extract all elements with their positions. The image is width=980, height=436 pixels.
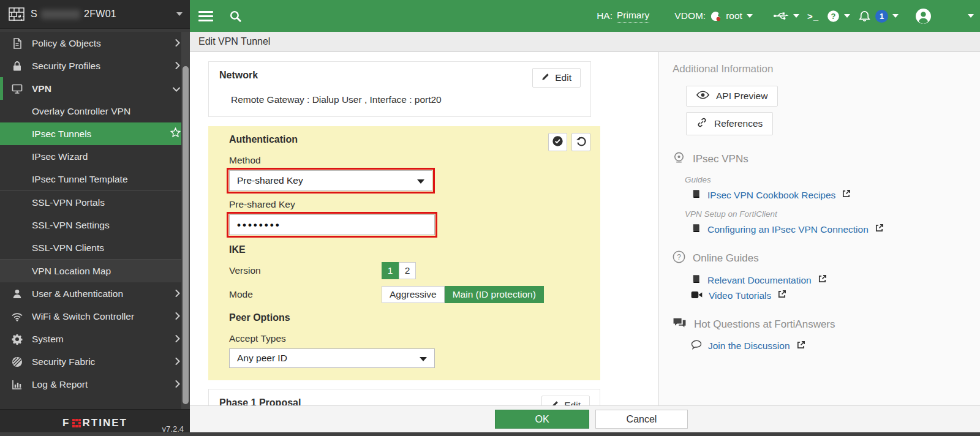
- revert-section-button[interactable]: [571, 133, 590, 151]
- mode-aggressive-option[interactable]: Aggressive: [382, 286, 445, 303]
- video-tutorials-link[interactable]: Video Tutorials: [691, 290, 980, 301]
- search-icon[interactable]: [229, 10, 242, 23]
- chevron-right-icon: [175, 334, 180, 345]
- sidebar-item-overlay-controller-vpn[interactable]: Overlay Controller VPN: [0, 100, 190, 122]
- sidebar-scrollbar-thumb[interactable]: [183, 66, 189, 404]
- cookbook-recipes-link[interactable]: IPsec VPN Cookbook Recipes: [691, 189, 980, 201]
- sidebar-item-policy-objects[interactable]: Policy & Objects: [0, 32, 190, 55]
- book-icon: [691, 223, 701, 236]
- notifications-menu[interactable]: 1: [858, 10, 899, 23]
- comments-icon: [673, 317, 687, 332]
- security-fabric-icon: [11, 356, 23, 368]
- mode-label: Mode: [229, 289, 382, 300]
- sidebar-item-security-fabric[interactable]: Security Fabric: [0, 350, 190, 373]
- version-label: Version: [229, 265, 382, 276]
- chevron-right-icon: [175, 379, 180, 390]
- cli-console-icon[interactable]: >_: [807, 11, 819, 21]
- cancel-button[interactable]: Cancel: [595, 410, 688, 429]
- ike-version-toggle: 1 2: [382, 262, 416, 279]
- network-summary: Remote Gateway : Dialup User , Interface…: [209, 86, 590, 116]
- monitor-icon: [11, 83, 23, 95]
- vdom-icon: [710, 10, 722, 22]
- sidebar-item-ipsec-wizard[interactable]: IPsec Wizard: [0, 145, 190, 168]
- join-discussion-link[interactable]: Join the Discussion: [691, 340, 980, 352]
- network-section: Network Edit Remote Gateway : Dialup Use…: [208, 61, 591, 117]
- hostname-end: 2FW01: [84, 9, 116, 20]
- firewall-logo-icon: [9, 7, 24, 21]
- sidebar-scrollbar[interactable]: [181, 32, 190, 409]
- connected-devices-menu[interactable]: [773, 11, 799, 21]
- additional-information-panel: Additional Information API Preview Refer…: [658, 52, 980, 405]
- chevron-down-icon: [747, 14, 753, 18]
- vdom-selector[interactable]: VDOM: root: [674, 10, 753, 22]
- sidebar-item-vpn[interactable]: VPN: [0, 77, 190, 100]
- sidebar-item-sslvpn-settings[interactable]: SSL-VPN Settings: [0, 214, 190, 236]
- book-icon: [691, 274, 701, 287]
- help-icon: ?: [827, 10, 840, 23]
- mode-main-option[interactable]: Main (ID protection): [445, 286, 544, 303]
- network-edit-button[interactable]: Edit: [532, 68, 581, 88]
- online-guides-heading: ? Online Guides: [673, 250, 980, 266]
- user-avatar[interactable]: [915, 8, 932, 24]
- apply-section-button[interactable]: [548, 133, 567, 151]
- api-preview-button[interactable]: API Preview: [686, 86, 778, 107]
- authentication-section: Authentication Method Pre-shared Key Pre…: [208, 126, 600, 380]
- bell-icon: [858, 10, 871, 23]
- bar-chart-icon: [11, 378, 23, 391]
- comment-icon: [691, 340, 702, 352]
- notification-badge: 1: [875, 10, 888, 23]
- chevron-right-icon: [175, 288, 180, 299]
- fortinet-logo: F RTINET: [62, 417, 127, 429]
- sidebar-item-sslvpn-clients[interactable]: SSL-VPN Clients: [0, 236, 190, 259]
- sidebar-item-ipsec-tunnel-template[interactable]: IPsec Tunnel Template: [0, 168, 190, 190]
- ike-version-1-option[interactable]: 1: [382, 262, 399, 279]
- video-camera-icon: [691, 290, 703, 301]
- forticlient-guide-link[interactable]: Configuring an IPsec VPN Connection: [691, 223, 980, 236]
- window-bottom-edge: [0, 432, 980, 436]
- sidebar-item-security-profiles[interactable]: Security Profiles: [0, 55, 190, 77]
- method-dropdown[interactable]: Pre-shared Key: [229, 170, 432, 191]
- references-button[interactable]: References: [686, 112, 773, 135]
- favorite-star-icon[interactable]: [170, 127, 181, 141]
- sidebar: S 2FW01 Policy & Objects Security Profil…: [0, 0, 190, 436]
- sidebar-item-user-authentication[interactable]: User & Authentication: [0, 282, 190, 305]
- help-menu[interactable]: ?: [827, 10, 850, 23]
- relevant-documentation-link[interactable]: Relevant Documentation: [691, 274, 980, 287]
- authentication-section-title: Authentication: [229, 134, 298, 145]
- sidebar-item-wifi-switch-controller[interactable]: WiFi & Switch Controller: [0, 305, 190, 328]
- hostname-start: S: [31, 9, 37, 20]
- wifi-icon: [11, 310, 23, 323]
- ok-button[interactable]: OK: [495, 410, 589, 429]
- fortianswers-heading: Hot Questions at FortiAnswers: [673, 317, 980, 332]
- ha-status: HA: Primary: [597, 10, 649, 23]
- guides-subtitle: Guides: [685, 175, 980, 184]
- question-circle-icon: ?: [673, 250, 685, 266]
- hostname: S 2FW01: [31, 9, 116, 20]
- ike-version-2-option[interactable]: 2: [399, 262, 416, 279]
- chevron-down-icon: [793, 14, 799, 18]
- device-selector[interactable]: S 2FW01: [0, 0, 190, 28]
- chevron-down-icon[interactable]: [968, 14, 974, 18]
- ike-heading: IKE: [229, 244, 600, 255]
- chevron-down-icon: [844, 14, 850, 18]
- accept-types-label: Accept Types: [229, 333, 600, 344]
- hamburger-menu-icon[interactable]: [198, 9, 213, 24]
- chevron-right-icon: [175, 61, 180, 72]
- sidebar-item-ipsec-tunnels[interactable]: IPsec Tunnels: [0, 122, 190, 145]
- sidebar-item-sslvpn-portals[interactable]: SSL-VPN Portals: [0, 191, 190, 214]
- additional-information-title: Additional Information: [673, 63, 980, 75]
- pencil-icon: [541, 72, 550, 83]
- ipsec-vpns-icon: [673, 151, 685, 167]
- external-link-icon: [842, 189, 851, 201]
- ike-mode-toggle: Aggressive Main (ID protection): [382, 286, 544, 303]
- ipsec-vpns-heading: IPsec VPNs: [673, 151, 980, 167]
- psk-input[interactable]: ••••••••: [229, 214, 435, 235]
- check-circle-icon: [552, 135, 564, 149]
- sidebar-item-log-report[interactable]: Log & Report: [0, 373, 190, 396]
- sidebar-item-vpn-location-map[interactable]: VPN Location Map: [0, 260, 190, 282]
- book-icon: [691, 189, 701, 201]
- gear-icon: [11, 333, 23, 345]
- svg-text:?: ?: [831, 11, 836, 20]
- sidebar-item-system[interactable]: System: [0, 328, 190, 350]
- accept-types-dropdown[interactable]: Any peer ID: [229, 348, 435, 368]
